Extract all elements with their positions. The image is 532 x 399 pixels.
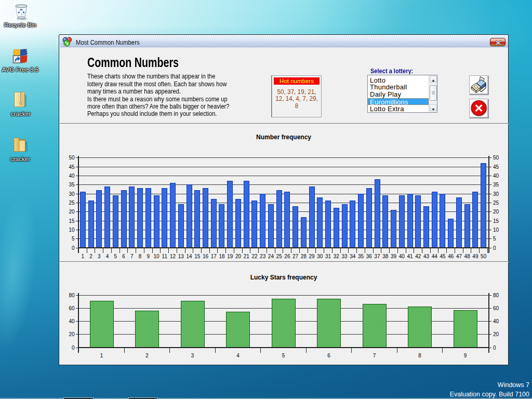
- svg-text:45: 45: [440, 254, 446, 259]
- svg-text:4: 4: [236, 353, 240, 358]
- svg-text:6: 6: [122, 254, 125, 259]
- svg-text:24: 24: [268, 254, 274, 259]
- svg-text:31: 31: [325, 254, 331, 259]
- svg-text:60: 60: [493, 305, 499, 311]
- svg-text:48: 48: [464, 254, 471, 259]
- svg-text:36: 36: [366, 254, 373, 259]
- svg-text:47: 47: [456, 254, 462, 259]
- svg-text:16: 16: [203, 254, 209, 259]
- svg-text:20: 20: [493, 209, 499, 215]
- svg-text:35: 35: [493, 182, 499, 188]
- svg-text:17: 17: [211, 254, 217, 259]
- svg-text:15: 15: [69, 218, 75, 224]
- svg-text:15: 15: [493, 218, 499, 224]
- svg-text:0: 0: [72, 345, 75, 351]
- svg-text:40: 40: [493, 173, 499, 179]
- svg-text:2: 2: [89, 254, 92, 259]
- svg-text:7: 7: [373, 353, 376, 358]
- svg-text:43: 43: [423, 254, 430, 259]
- svg-text:3: 3: [98, 254, 101, 259]
- svg-text:38: 38: [382, 254, 389, 259]
- svg-text:22: 22: [251, 254, 258, 259]
- svg-text:37: 37: [374, 254, 380, 259]
- svg-text:34: 34: [350, 254, 356, 259]
- svg-text:20: 20: [235, 254, 242, 259]
- svg-text:27: 27: [292, 254, 299, 259]
- svg-text:40: 40: [69, 173, 75, 179]
- svg-text:50: 50: [69, 155, 75, 161]
- svg-text:13: 13: [178, 254, 184, 259]
- svg-text:30: 30: [493, 191, 499, 197]
- svg-text:10: 10: [493, 227, 499, 233]
- svg-text:25: 25: [69, 200, 75, 206]
- svg-text:35: 35: [358, 254, 364, 259]
- svg-text:45: 45: [493, 164, 499, 170]
- svg-text:20: 20: [493, 331, 499, 337]
- svg-text:10: 10: [153, 254, 159, 259]
- svg-text:1: 1: [100, 353, 103, 358]
- svg-text:30: 30: [317, 254, 323, 259]
- svg-text:46: 46: [448, 254, 454, 259]
- svg-text:6: 6: [327, 353, 330, 358]
- svg-text:42: 42: [415, 254, 421, 259]
- svg-text:49: 49: [472, 254, 478, 259]
- svg-text:50: 50: [493, 155, 499, 161]
- svg-text:14: 14: [186, 254, 192, 259]
- svg-text:18: 18: [219, 254, 225, 259]
- svg-text:25: 25: [276, 254, 283, 259]
- svg-text:0: 0: [493, 245, 496, 251]
- svg-text:41: 41: [407, 254, 413, 259]
- svg-text:23: 23: [260, 254, 266, 259]
- svg-text:30: 30: [69, 191, 75, 197]
- svg-text:40: 40: [399, 254, 405, 259]
- svg-text:5: 5: [114, 254, 117, 259]
- svg-text:8: 8: [418, 353, 421, 358]
- svg-text:5: 5: [493, 236, 496, 242]
- svg-text:4: 4: [106, 254, 109, 259]
- svg-text:32: 32: [334, 254, 340, 259]
- svg-text:19: 19: [227, 254, 233, 259]
- svg-text:21: 21: [244, 254, 250, 259]
- svg-text:2: 2: [145, 353, 149, 358]
- svg-text:40: 40: [493, 318, 499, 324]
- svg-text:26: 26: [284, 254, 290, 259]
- svg-text:7: 7: [130, 254, 134, 259]
- svg-text:11: 11: [162, 254, 168, 259]
- svg-text:44: 44: [432, 254, 438, 259]
- svg-text:5: 5: [282, 353, 285, 358]
- svg-text:80: 80: [493, 292, 499, 298]
- svg-text:35: 35: [69, 182, 75, 188]
- svg-text:40: 40: [69, 318, 75, 324]
- svg-text:9: 9: [464, 353, 467, 358]
- svg-text:33: 33: [342, 254, 348, 259]
- svg-text:39: 39: [391, 254, 397, 259]
- svg-text:20: 20: [69, 331, 75, 337]
- svg-text:15: 15: [194, 254, 201, 259]
- svg-text:5: 5: [72, 236, 75, 242]
- svg-text:80: 80: [69, 292, 75, 298]
- svg-text:0: 0: [72, 245, 75, 251]
- svg-text:50: 50: [481, 254, 487, 259]
- svg-text:3: 3: [191, 353, 194, 358]
- svg-text:25: 25: [493, 200, 499, 206]
- svg-text:28: 28: [301, 254, 307, 259]
- svg-text:60: 60: [69, 305, 75, 311]
- svg-text:29: 29: [309, 254, 315, 259]
- svg-text:1: 1: [82, 254, 85, 259]
- svg-text:10: 10: [69, 227, 75, 233]
- svg-text:8: 8: [139, 254, 142, 259]
- svg-text:12: 12: [170, 254, 176, 259]
- svg-text:9: 9: [147, 254, 150, 259]
- svg-text:20: 20: [69, 209, 75, 215]
- svg-text:45: 45: [69, 164, 75, 170]
- svg-text:0: 0: [493, 345, 496, 351]
